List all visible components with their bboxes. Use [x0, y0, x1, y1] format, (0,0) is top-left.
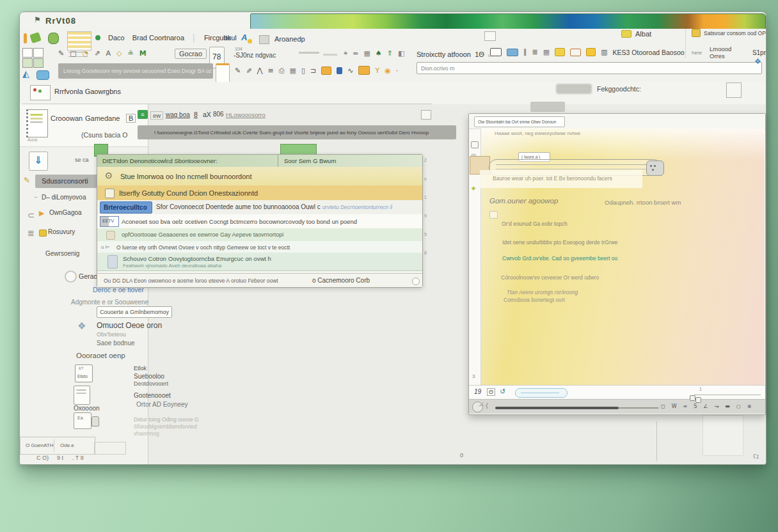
grid-icon[interactable]: ▦ [363, 49, 370, 58]
bottom-status-2[interactable]: 9 t [57, 455, 63, 461]
mini-tab[interactable] [216, 63, 230, 82]
page-box-icon[interactable] [726, 82, 742, 98]
zoom-slider-track[interactable] [495, 407, 619, 409]
diamond-icon[interactable]: ◇ [116, 49, 122, 58]
group-box-label[interactable]: Gocrao [175, 49, 207, 59]
caliper-icon[interactable]: ⋀ [257, 66, 262, 75]
box-icon[interactable]: ▢ [70, 49, 76, 58]
layout-icon-1[interactable] [22, 48, 33, 58]
dropdown-label[interactable]: -SJ0nz ndgvac [234, 52, 276, 59]
status-theta-icon[interactable]: Θ [487, 388, 495, 396]
sidebar-item-2[interactable]: D– diLomyovoa [42, 194, 86, 201]
photo-icon[interactable] [30, 85, 51, 100]
rail-square-icon[interactable] [471, 141, 479, 148]
clock-icon[interactable]: ◔ [83, 49, 89, 58]
spade-icon[interactable]: ♠ [376, 49, 382, 58]
device-title[interactable]: Omuoct Oeoe oron [97, 321, 162, 330]
orange-folder-icon[interactable] [321, 66, 331, 75]
paw-icon[interactable]: ❖ [754, 57, 761, 66]
status-input-line[interactable] [694, 395, 761, 395]
camera-icon[interactable] [570, 49, 581, 56]
lmoood-label[interactable]: Lmoood Orres [710, 45, 745, 59]
name-input[interactable]: Couoerte a Gmlnbemomoy [97, 306, 172, 318]
layout-icon-3[interactable] [22, 58, 33, 68]
arrow-up-icon[interactable]: ⇑ [387, 49, 393, 58]
bottom-status-3[interactable]: . T 8 [72, 455, 84, 461]
g1-line2[interactable]: Suebooloo [134, 373, 164, 380]
y-icon[interactable]: Y [375, 66, 379, 75]
target-icon[interactable]: ⌖ [344, 49, 347, 58]
status-swirl-icon[interactable]: ↺ [500, 387, 505, 396]
strip-icon-2[interactable]: W [672, 403, 677, 409]
strip-icon-5[interactable]: ∠ [703, 403, 708, 409]
monitor-icon[interactable] [490, 48, 502, 56]
minibar-806[interactable]: 806 [213, 111, 224, 118]
strip-icon-4[interactable]: S [694, 403, 697, 409]
dialog-row-5[interactable]: opfOoortooae Geaaoenes ee eewrroe Gay Ae… [97, 228, 422, 242]
font-a-icon[interactable]: A [241, 33, 247, 42]
search-input[interactable]: Dion.ocrivo rn [417, 62, 762, 74]
pencil-edit-icon[interactable]: ✎ [24, 176, 30, 185]
tray-icon[interactable] [484, 31, 496, 41]
strip-icon-7[interactable]: ▬ [725, 403, 730, 409]
radio-button[interactable] [65, 270, 77, 283]
sheet-tab-1[interactable]: O GoenATH [26, 442, 53, 448]
blue-b-icon[interactable] [337, 67, 342, 74]
sidebar-item-4[interactable]: Rosuvury [48, 228, 75, 235]
strip-icon-8[interactable]: ○ [736, 403, 741, 409]
g1-line3[interactable]: Deotdovooert [134, 380, 168, 387]
minibar-8[interactable]: 8 [194, 111, 198, 118]
bottom-status-1[interactable]: C O) [36, 455, 49, 461]
clip-icon[interactable]: ▯ [301, 66, 305, 75]
blue-bar-icon[interactable] [507, 49, 518, 56]
tray2-icon[interactable]: ⊐ [310, 66, 316, 75]
yellow-box-icon[interactable] [555, 48, 565, 56]
dialog-row-4[interactable]: EETV Aconeoet soo bva oelz ocetiven Cocn… [97, 214, 422, 229]
paired-box-icon-2[interactable] [695, 397, 701, 403]
approx-icon[interactable]: ≃ [353, 49, 358, 58]
blue-badge[interactable]: Brteroeculltco [100, 201, 152, 214]
card-badge[interactable]: B [126, 114, 136, 123]
person-icon[interactable]: ≗ [127, 49, 133, 58]
tab-brad[interactable]: Brad Coortnaroa [132, 34, 184, 42]
archive-box-icon[interactable]: Ea [74, 412, 91, 429]
pen-icon[interactable]: ✎ [235, 66, 241, 75]
mini-green-button[interactable]: ≡ [138, 110, 148, 119]
pencil-icon[interactable]: ✎ [58, 49, 64, 58]
albat-group[interactable]: Albat [621, 30, 651, 38]
g1-line1[interactable]: Etlok [134, 365, 147, 372]
search-tab-label[interactable]: Stroixctty atfooon 1Θ o [417, 51, 491, 58]
grid2-icon[interactable]: ▦ [543, 48, 550, 56]
dialog-row-3-link[interactable]: orvtetu Decrnoentonturrecn li [322, 204, 393, 210]
g2-line1[interactable]: Gootenoooet [134, 392, 171, 399]
small-panel-icon[interactable] [259, 35, 269, 44]
clipboard-icon[interactable]: ET Elisto [75, 364, 93, 382]
paired-box-icon-1[interactable] [690, 395, 695, 401]
dialog-row-1[interactable]: ⊙ Stue Imorwoa oo Ino ncrnell bournoordo… [97, 167, 422, 186]
minibar-ew[interactable]: ew [150, 111, 163, 120]
dialog-row-6[interactable]: o ⊨ O lueroe ety orth Ovnewt Ovoee v ooc… [97, 241, 422, 253]
footer-circle-icon[interactable] [412, 278, 420, 285]
minibar-pair-icon[interactable] [421, 110, 431, 120]
orange-box-icon[interactable] [358, 66, 370, 75]
m-chart-icon[interactable]: M [139, 49, 147, 58]
paste-big-button[interactable] [67, 31, 91, 51]
logo-triangle-icon[interactable]: ◭ [22, 68, 29, 79]
sheet-tab-empty[interactable] [94, 442, 126, 455]
sidebar-item-3[interactable]: OwnGagoa [49, 209, 82, 216]
brush-icon[interactable]: ✎ [244, 67, 253, 73]
cells-icon[interactable]: ▥ [601, 48, 607, 56]
dialog-scroll-strip[interactable]: 2 o 1 9 5 8 [424, 158, 427, 255]
lines-icon[interactable]: ≡ [267, 66, 273, 75]
layout-icon-2[interactable] [33, 48, 44, 58]
document-card[interactable]: Crooowan Gamedane B (Csuns bacia O Auna [20, 104, 148, 147]
teal-capsule[interactable] [515, 388, 568, 398]
dialog-row-7[interactable]: Schouvo Cotron Oovytogtoorncba Emurgcuc … [97, 253, 422, 271]
rail-star-icon[interactable]: ✦ [470, 184, 477, 193]
mail-icon[interactable] [33, 58, 44, 68]
strip-icon-6[interactable]: ↝ [715, 403, 719, 409]
dialog-footer-right[interactable]: o Cacnemooro Corb [312, 277, 370, 284]
tab-itoul[interactable]: Itoul [223, 34, 237, 42]
far-right-top-group[interactable]: Satsvoar consom ood OP [692, 29, 766, 37]
checkbox-icon[interactable] [105, 189, 115, 198]
